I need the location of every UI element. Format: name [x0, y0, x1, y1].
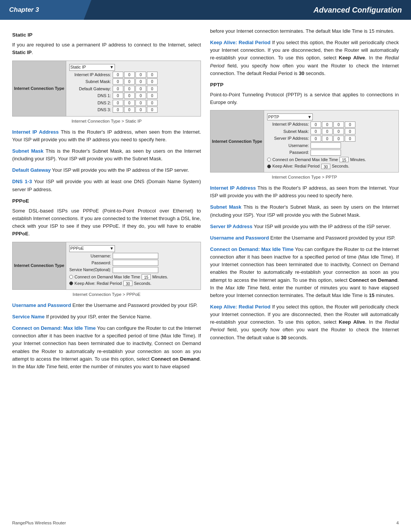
- dns-term: DNS 1-3 Your ISP will provide you with a…: [12, 178, 201, 193]
- keep-alive-radio[interactable]: [69, 281, 73, 285]
- connect-on-demand-unit: Minutes.: [152, 274, 168, 280]
- dns2-octet-4[interactable]: 0: [147, 100, 158, 106]
- keep-alive-redial-term: Keep Alive: Redial Period If you select …: [210, 39, 399, 77]
- pppoe-service-name-label: Service Name(Optional):: [69, 267, 111, 273]
- pptp-sm-octet-3[interactable]: 0: [333, 128, 344, 134]
- dns3-octet-3[interactable]: 0: [135, 107, 146, 113]
- dns1-row: DNS 1: 0 0 0 0: [69, 93, 198, 99]
- pptp-keep-value[interactable]: 30: [321, 164, 330, 169]
- pptp-username-row: Username:: [267, 142, 395, 149]
- pppoe-connect-on-demand-bold: Connect on Demand: [151, 356, 199, 362]
- static-ip-select[interactable]: Static IP ▼: [69, 64, 115, 71]
- pptp-sm-octet-2[interactable]: 0: [322, 128, 333, 134]
- ip-octet-3[interactable]: 0: [135, 72, 146, 78]
- dns-term-heading: DNS 1-3: [12, 179, 32, 184]
- pptp-redial-period-italic: Redial Period: [210, 319, 399, 332]
- pptp-password-input[interactable]: [311, 150, 341, 156]
- pppoe-service-name-row: Service Name(Optional):: [69, 267, 198, 273]
- static-ip-bold: Static IP: [12, 50, 32, 55]
- pptp-password-row: Password:: [267, 149, 395, 156]
- gw-octet-3[interactable]: 0: [135, 86, 146, 92]
- pptp-max-idle-italic: Max Idle Time: [225, 285, 258, 291]
- footer-left: RangePlus Wireless Router: [12, 521, 66, 525]
- dns2-inputs: 0 0 0 0: [113, 100, 158, 106]
- pptp-internet-ip-label: Internet IP Address:: [267, 121, 309, 128]
- ip-octet-1[interactable]: 0: [113, 72, 123, 78]
- pptp-sm-octet-4[interactable]: 0: [345, 128, 355, 134]
- pptp-select[interactable]: PPTP ▼: [267, 113, 313, 120]
- pppoe-password-input[interactable]: [113, 260, 158, 266]
- chapter-text: Chapter 3: [9, 6, 39, 14]
- pptp-subnet-mask-term: Subnet Mask This is the Router's Subnet …: [210, 203, 399, 219]
- pppoe-caption: Internet Connection Type > PPPoE: [12, 291, 201, 298]
- pptp-heading: PPTP: [210, 81, 399, 89]
- redial-30-bold: 30: [299, 70, 304, 76]
- static-ip-connection-type-label: Internet Connection Type: [13, 61, 66, 116]
- pppoe-service-name-input[interactable]: [113, 267, 158, 273]
- pptp-internet-ip-term: Internet IP Address This is the Router's…: [210, 184, 399, 200]
- pptp-sm-octet-1[interactable]: 0: [311, 128, 321, 134]
- pptp-ip-octet-1[interactable]: 0: [311, 121, 321, 128]
- pptp-connection-type-label: Internet Connection Type: [210, 110, 264, 172]
- dns1-octet-1[interactable]: 0: [113, 93, 123, 99]
- pptp-ip-octet-4[interactable]: 0: [345, 121, 355, 128]
- ip-octet-4[interactable]: 0: [147, 72, 158, 78]
- pptp-connect-on-demand-row: Connect on Demand Max Idle Time 15 Minut…: [267, 157, 395, 163]
- sm-octet-4[interactable]: 0: [147, 78, 158, 85]
- pppoe-select[interactable]: PPPoE ▼: [69, 245, 115, 252]
- default-gw-term-heading: Default Gateway: [12, 167, 51, 173]
- pppoe-username-input[interactable]: [113, 253, 158, 259]
- sm-octet-2[interactable]: 0: [124, 78, 135, 85]
- connect-on-demand-radio[interactable]: [69, 275, 73, 279]
- pptp-sip-octet-1[interactable]: 0: [311, 136, 321, 142]
- pptp-server-ip-label: Server IP Address:: [267, 135, 309, 142]
- pptp-username-term-heading: Username and Password: [210, 235, 269, 241]
- internet-ip-term: Internet IP Address This is the Router's…: [12, 128, 201, 144]
- connect-on-demand-label: Connect on Demand Max Idle Time: [75, 274, 140, 280]
- pptp-subnet-mask-label: Subnet Mask:: [267, 128, 309, 135]
- pptp-connect-on-demand-term: Connect on Demand: Max Idle Time You can…: [210, 246, 399, 299]
- chapter-label: Chapter 3: [0, 0, 84, 20]
- dns3-octet-4[interactable]: 0: [147, 107, 158, 113]
- pptp-server-ip-term: Server IP Address Your ISP will provide …: [210, 223, 399, 230]
- gw-octet-1[interactable]: 0: [113, 86, 123, 92]
- dns1-octet-3[interactable]: 0: [135, 93, 146, 99]
- ip-octet-2[interactable]: 0: [124, 72, 135, 78]
- dns3-row: DNS 3: 0 0 0 0: [69, 107, 198, 113]
- dns1-octet-4[interactable]: 0: [147, 93, 158, 99]
- pptp-select-label: PPTP: [268, 114, 279, 120]
- static-ip-select-label: Static IP: [70, 64, 86, 70]
- keep-alive-value[interactable]: 30: [123, 281, 132, 286]
- pptp-subnet-mask-term-heading: Subnet Mask: [210, 204, 241, 210]
- pptp-username-input[interactable]: [311, 142, 341, 149]
- dns1-octet-2[interactable]: 0: [124, 93, 135, 99]
- gw-octet-4[interactable]: 0: [147, 86, 158, 92]
- static-ip-screenshot: Internet Connection Type Static IP ▼ Int…: [12, 61, 201, 117]
- sm-octet-3[interactable]: 0: [135, 78, 146, 85]
- sm-octet-1[interactable]: 0: [113, 78, 123, 85]
- pptp-keep-alive-bold: Keep Alive: [339, 319, 365, 325]
- connect-on-demand-value[interactable]: 15: [142, 274, 151, 280]
- dns3-inputs: 0 0 0 0: [113, 107, 158, 113]
- subnet-mask-term: Subnet Mask This is the Router's Subnet …: [12, 147, 201, 163]
- dns2-octet-1[interactable]: 0: [113, 100, 123, 106]
- dns3-octet-1[interactable]: 0: [113, 107, 123, 113]
- gw-octet-2[interactable]: 0: [124, 86, 135, 92]
- pptp-connect-value[interactable]: 15: [339, 157, 349, 162]
- pptp-sip-octet-4[interactable]: 0: [345, 136, 355, 142]
- pptp-connect-on-demand-radio[interactable]: [267, 158, 271, 161]
- default-gw-row: Default Gateway: 0 0 0 0: [69, 86, 198, 92]
- pptp-server-ip-row: Server IP Address: 0 0 0 0: [267, 135, 395, 142]
- dns2-octet-3[interactable]: 0: [135, 100, 146, 106]
- left-column: Static IP If you are required to use a p…: [12, 27, 201, 374]
- dns3-octet-2[interactable]: 0: [124, 107, 135, 113]
- pptp-ip-octet-3[interactable]: 0: [333, 121, 344, 128]
- pptp-sip-octet-3[interactable]: 0: [333, 136, 344, 142]
- internet-ip-inputs: 0 0 0 0: [113, 72, 158, 78]
- pppoe-connect-on-demand-term: Connect on Demand: Max Idle Time You can…: [12, 324, 201, 371]
- pptp-ip-octet-2[interactable]: 0: [322, 121, 333, 128]
- pptp-sip-octet-2[interactable]: 0: [322, 136, 333, 142]
- right-before-text: before your Internet connection terminat…: [210, 27, 399, 35]
- pptp-keep-alive-radio[interactable]: [267, 165, 271, 168]
- dns2-octet-2[interactable]: 0: [124, 100, 135, 106]
